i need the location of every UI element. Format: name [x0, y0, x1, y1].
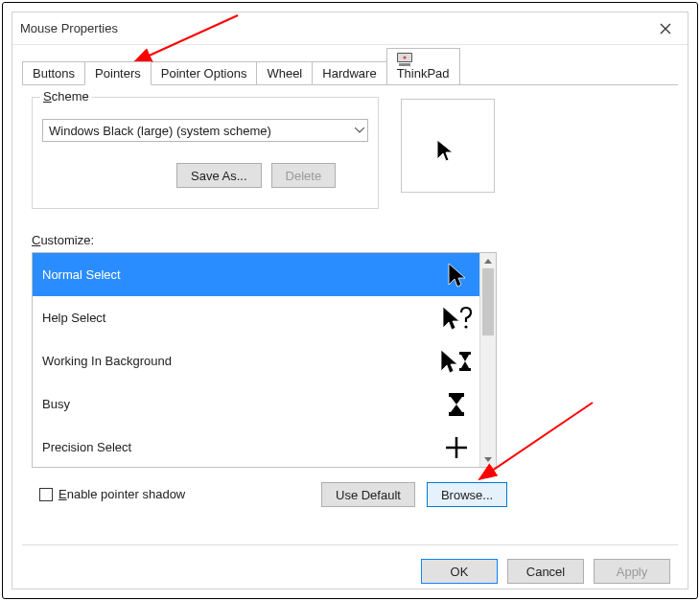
scrollbar-thumb[interactable] — [482, 268, 494, 335]
cancel-button[interactable]: Cancel — [507, 559, 584, 584]
tab-label: Pointers — [95, 66, 141, 81]
tab-buttons[interactable]: Buttons — [22, 61, 85, 85]
save-as-button[interactable]: Save As... — [176, 163, 262, 188]
browse-button[interactable]: Browse... — [427, 482, 507, 507]
scheme-group: Scheme Windows Black (large) (system sch… — [32, 97, 379, 209]
tab-wheel[interactable]: Wheel — [256, 61, 313, 85]
tabstrip: Buttons Pointers Pointer Options Wheel H… — [22, 62, 678, 85]
button-label: Save As... — [191, 169, 247, 183]
svg-rect-6 — [459, 368, 471, 371]
list-item-label: Precision Select — [42, 440, 433, 454]
svg-point-4 — [464, 325, 467, 328]
cursor-listbox[interactable]: Normal Select Help Select Working In Bac… — [32, 252, 497, 468]
svg-rect-7 — [449, 393, 464, 397]
cursor-preview-box — [401, 99, 495, 193]
apply-button[interactable]: Apply — [594, 559, 670, 584]
tab-content-pointers: Scheme Windows Black (large) (system sch… — [22, 85, 678, 209]
tab-label: Pointer Options — [161, 66, 247, 81]
list-item-help-select[interactable]: Help Select — [33, 296, 479, 339]
thinkpad-icon — [397, 53, 412, 66]
button-label: Apply — [617, 565, 648, 579]
window-title: Mouse Properties — [20, 21, 643, 35]
button-label: Delete — [286, 169, 322, 183]
button-label: Cancel — [526, 565, 565, 579]
list-item-label: Help Select — [42, 311, 433, 325]
scroll-down-icon — [480, 451, 496, 467]
list-item-label: Working In Background — [42, 354, 433, 368]
tab-pointers[interactable]: Pointers — [84, 61, 152, 85]
cursor-arrow-icon — [433, 262, 479, 289]
scroll-up-icon — [480, 253, 496, 268]
list-item-busy[interactable]: Busy — [33, 382, 479, 426]
button-label: Browse... — [441, 488, 493, 502]
customize-label: Customize: — [32, 233, 94, 247]
checkbox-icon — [39, 488, 53, 501]
tab-label: Buttons — [33, 66, 75, 81]
button-label: Use Default — [336, 488, 401, 502]
checkbox-label: Enable pointer shadow — [58, 487, 185, 501]
mouse-properties-dialog: Mouse Properties Buttons Pointers Pointe… — [12, 12, 688, 589]
ok-button[interactable]: OK — [421, 559, 498, 584]
use-default-button[interactable]: Use Default — [321, 482, 415, 507]
dialog-separator — [22, 544, 678, 545]
scheme-selected-value: Windows Black (large) (system scheme) — [49, 124, 271, 138]
scheme-dropdown[interactable]: Windows Black (large) (system scheme) — [42, 119, 368, 142]
tab-hardware[interactable]: Hardware — [312, 61, 386, 85]
scheme-legend: Scheme — [40, 89, 92, 104]
close-icon — [660, 23, 671, 35]
cursor-help-icon — [433, 305, 479, 332]
list-item-normal-select[interactable]: Normal Select — [33, 253, 479, 296]
cursor-busy-icon — [433, 392, 479, 417]
tab-label: Hardware — [322, 66, 376, 81]
titlebar: Mouse Properties — [12, 12, 688, 45]
delete-button[interactable]: Delete — [271, 163, 337, 188]
chevron-down-icon — [352, 127, 367, 133]
tab-thinkpad[interactable]: ThinkPad — [386, 48, 460, 85]
window-close-button[interactable] — [643, 12, 688, 45]
tab-label: ThinkPad — [397, 66, 450, 81]
svg-point-2 — [403, 57, 406, 59]
cursor-precision-icon — [433, 436, 479, 459]
svg-rect-5 — [459, 352, 471, 355]
listbox-scrollbar[interactable] — [479, 253, 496, 467]
enable-pointer-shadow-checkbox[interactable]: Enable pointer shadow — [39, 487, 185, 501]
list-item-label: Busy — [42, 397, 433, 411]
cursor-working-icon — [433, 348, 479, 375]
list-item-label: Normal Select — [42, 267, 433, 282]
svg-rect-8 — [449, 412, 464, 416]
tab-label: Wheel — [267, 66, 302, 81]
button-label: OK — [451, 565, 469, 579]
list-item-working-background[interactable]: Working In Background — [33, 339, 479, 382]
list-item-precision-select[interactable]: Precision Select — [33, 426, 479, 467]
cursor-preview-icon — [435, 138, 455, 163]
tab-pointer-options[interactable]: Pointer Options — [151, 61, 258, 85]
